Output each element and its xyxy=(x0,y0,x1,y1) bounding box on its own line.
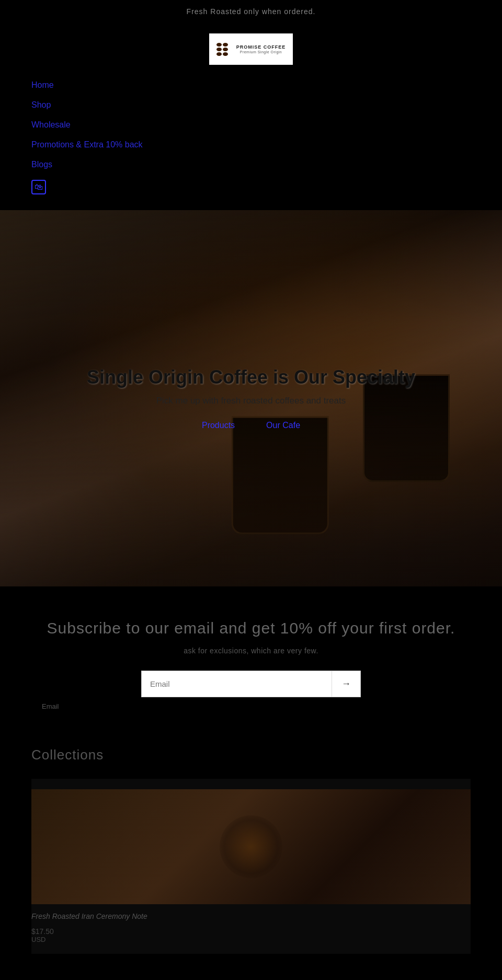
announcement-text: Fresh Roasted only when ordered. xyxy=(187,7,316,16)
product-price-block: $17.50 USD xyxy=(31,927,471,943)
product-name: Fresh Roasted Iran Ceremony Note xyxy=(31,912,471,922)
nav-link-blogs[interactable]: Blogs xyxy=(31,155,471,175)
product-price: $17.50 xyxy=(31,927,471,936)
hero-subtitle: Pick me up with fresh roasted coffees an… xyxy=(50,396,452,406)
subscribe-title: Subscribe to our email and get 10% off y… xyxy=(42,618,460,638)
logo-title: PROMISE COFFEE xyxy=(236,44,286,50)
product-currency: USD xyxy=(31,936,471,943)
subscribe-submit-button[interactable]: → xyxy=(332,671,360,697)
product-image xyxy=(31,789,471,904)
nav-link-home[interactable]: Home xyxy=(31,75,471,95)
cart-button[interactable]: 🛍 xyxy=(31,180,46,194)
hero-title: Single Origin Coffee is Our Specialty xyxy=(50,366,452,388)
logo-subtitle: Premium Single Origin xyxy=(236,50,286,54)
logo-area: PROMISE COFFEE Premium Single Origin xyxy=(0,23,502,70)
nav-link-promotions[interactable]: Promotions & Extra 10% back xyxy=(31,135,471,155)
nav-link-wholesale[interactable]: Wholesale xyxy=(31,115,471,135)
announcement-bar: Fresh Roasted only when ordered. xyxy=(0,0,502,23)
product-card[interactable]: Fresh Roasted Iran Ceremony Note $17.50 … xyxy=(31,779,471,954)
email-field-label: Email xyxy=(42,702,460,710)
hero-buttons: Products Our Cafe xyxy=(50,421,452,430)
collections-section: Collections Fresh Roasted Iran Ceremony … xyxy=(0,736,502,970)
cart-bag-icon: 🛍 xyxy=(35,182,43,192)
hero-cafe-button[interactable]: Our Cafe xyxy=(266,421,300,430)
hero-content: Single Origin Coffee is Our Specialty Pi… xyxy=(50,366,452,430)
subscribe-description: ask for exclusions, which are very few. xyxy=(42,647,460,655)
logo[interactable]: PROMISE COFFEE Premium Single Origin xyxy=(209,33,293,65)
nav-link-shop[interactable]: Shop xyxy=(31,95,471,115)
logo-beans-icon xyxy=(216,43,232,56)
navigation: Home Shop Wholesale Promotions & Extra 1… xyxy=(0,70,502,210)
subscribe-section: Subscribe to our email and get 10% off y… xyxy=(0,586,502,736)
hero-products-button[interactable]: Products xyxy=(202,421,235,430)
subscribe-form: → xyxy=(141,671,361,697)
email-input[interactable] xyxy=(142,671,332,697)
collections-title: Collections xyxy=(31,747,471,763)
hero-section: Single Origin Coffee is Our Specialty Pi… xyxy=(0,210,502,586)
